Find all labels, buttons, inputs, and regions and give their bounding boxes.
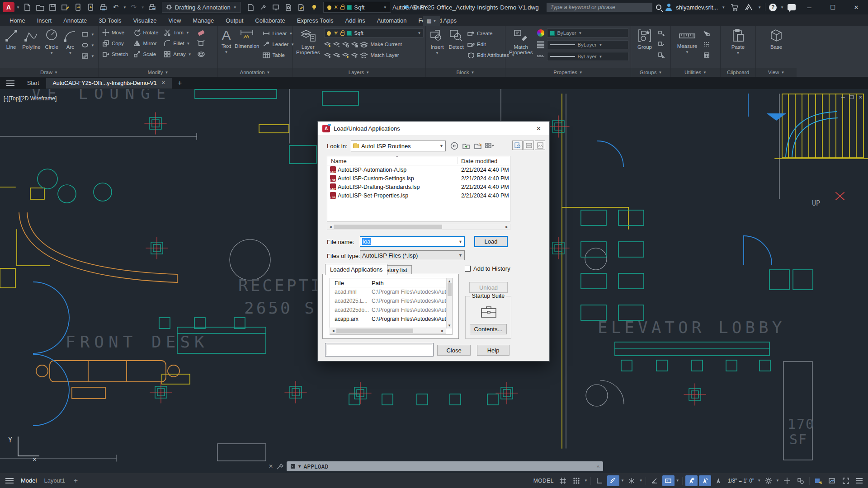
search-input[interactable] (547, 3, 652, 12)
autodesk-logo-icon[interactable] (743, 2, 754, 13)
ribbon-tab[interactable]: Manage (187, 15, 220, 26)
save-to-web-icon[interactable] (85, 2, 96, 13)
command-customize-icon[interactable] (276, 463, 283, 470)
snap-caret-icon[interactable]: ▼ (584, 479, 588, 483)
file-row[interactable]: LSP AutoLISP-Custom-Settings.lsp 2/21/20… (327, 174, 510, 183)
file-browser-list[interactable]: Name ⌃ Date modified LSP AutoLISP-Automa… (327, 156, 510, 222)
window-minimize-button[interactable]: ─ (799, 0, 819, 14)
object-snap-tracking-toggle[interactable] (685, 475, 698, 486)
panel-label-block[interactable]: Block▼ (426, 68, 505, 77)
viewport-controls[interactable]: [-][Top][2D Wireframe] (4, 95, 57, 102)
polyline-button[interactable]: Polyline (22, 28, 40, 50)
make-current-row[interactable]: Make Current (324, 40, 424, 48)
clean-screen-image-icon[interactable] (826, 475, 838, 486)
drawing-tab-close-icon[interactable]: ✕ (161, 80, 165, 86)
user-caret-icon[interactable]: ▼ (722, 5, 725, 9)
ellipse-button[interactable]: ▼ (81, 41, 94, 49)
panel-label-utilities[interactable]: Utilities▼ (671, 68, 720, 77)
ribbon-tab[interactable]: 3D Tools (93, 15, 127, 26)
graphics-performance-icon[interactable] (812, 475, 825, 486)
save-as-icon[interactable] (60, 2, 71, 13)
ungroup-button[interactable] (658, 29, 665, 38)
ribbon-tab[interactable]: Collaborate (249, 15, 291, 26)
open-from-web-icon[interactable] (72, 2, 83, 13)
fillet-button[interactable]: Fillet▼ (164, 39, 191, 47)
open-file-icon[interactable] (34, 2, 45, 13)
layer-dropdown[interactable]: ☀ Sqft ▼ (324, 28, 424, 38)
quick-select-button[interactable] (703, 29, 710, 38)
lineweight-dropdown[interactable]: ByLayer▼ (547, 40, 628, 49)
ortho-mode-toggle[interactable] (594, 475, 606, 486)
lineweight-display-toggle[interactable] (712, 475, 725, 486)
drawing-window-controls[interactable]: ─❐✕ (841, 94, 863, 100)
files-of-type-dropdown[interactable]: AutoLISP Files (*.lsp) ▼ (360, 250, 465, 260)
quick-layer-dropdown[interactable]: ☀ Sqft ▼ (323, 2, 391, 13)
panel-label-layers[interactable]: Layers▼ (292, 68, 425, 77)
fullscreen-icon[interactable] (840, 475, 852, 486)
rectangle-button[interactable]: ▼ (81, 30, 94, 38)
search-icon[interactable] (656, 5, 661, 10)
load-button[interactable]: Load (474, 236, 508, 247)
ribbon-tab[interactable]: Output (220, 15, 249, 26)
leader-button[interactable]: Leader▼ (263, 40, 294, 48)
layer-properties-button[interactable]: Layer Properties (296, 28, 320, 55)
thumbnail-view-button[interactable] (535, 141, 545, 150)
briefcase-icon[interactable] (480, 305, 497, 318)
grid-display-toggle[interactable] (557, 475, 569, 486)
plot-icon[interactable] (98, 2, 108, 13)
loaded-column-file[interactable]: File (335, 280, 344, 286)
file-row[interactable]: LSP AutoLISP-Automation-A.lsp 2/21/2024 … (327, 165, 510, 174)
views-menu-button[interactable] (485, 141, 494, 150)
dynamic-input-toggle[interactable] (662, 475, 675, 486)
redo-icon[interactable]: ↷ (128, 2, 139, 13)
model-tab[interactable]: Model (21, 477, 37, 484)
command-line-close-icon[interactable]: ✕ (269, 463, 273, 469)
copy-button[interactable]: Copy (102, 39, 128, 47)
file-row[interactable]: LSP AutoLISP-Set-Properties.lsp 2/21/202… (327, 191, 510, 200)
ribbon-options-button[interactable]: ▦▼ (423, 16, 440, 26)
dialog-close-button[interactable]: ✕ (533, 124, 545, 133)
command-input[interactable]: ▼ APPLOAD ˄ (287, 461, 603, 471)
scale-caret-icon[interactable]: ▼ (757, 479, 761, 483)
column-name[interactable]: Name (331, 158, 347, 164)
file-row[interactable]: LSP AutoLISP-Drafting-Standards.lsp 2/21… (327, 183, 510, 191)
autocad-logo-icon[interactable]: A (3, 2, 14, 12)
new-drawing-tab-button[interactable]: ＋ (176, 79, 183, 87)
explode-button[interactable] (197, 39, 205, 47)
panel-label-view[interactable]: View▼ (756, 68, 797, 77)
new-layout-button[interactable]: ＋ (72, 476, 79, 485)
detect-button[interactable]: Detect (448, 28, 464, 50)
layout1-tab[interactable]: Layout1 (44, 477, 65, 484)
annotation-monitor-toggle[interactable] (649, 475, 661, 486)
look-in-dropdown[interactable]: AutoLISP Routines ▼ (351, 141, 446, 151)
panel-label-modify[interactable]: Modify▼ (99, 68, 217, 77)
insert-block-button[interactable]: Insert▼ (429, 28, 445, 55)
hatch-button[interactable]: ▼ (81, 52, 94, 60)
help-icon[interactable]: ? (769, 4, 777, 11)
layout-menu-icon[interactable] (5, 478, 14, 483)
save-icon[interactable] (47, 2, 58, 13)
ribbon-tab[interactable]: Home (4, 15, 31, 26)
isolate-objects-button[interactable] (794, 475, 807, 486)
sheet-icon[interactable] (245, 2, 256, 13)
window-maximize-button[interactable]: ☐ (823, 0, 843, 14)
ribbon-tab[interactable]: Insert (31, 15, 58, 26)
drawing-tab[interactable]: AutoCAD-FY25-Offi...y-Insights-Demo-V1✕ (46, 78, 172, 89)
erase-button[interactable] (197, 28, 205, 37)
workspace-switcher[interactable]: Drafting & Annotation ▼ (162, 2, 241, 13)
app-store-cart-icon[interactable] (729, 2, 740, 13)
match-properties-button[interactable]: Match Properties (509, 28, 533, 55)
arc-button[interactable]: Arc▼ (63, 28, 78, 55)
group-button[interactable]: Group (635, 28, 655, 50)
ribbon-tab[interactable]: Express Tools (291, 15, 340, 26)
scale-button[interactable]: Scale (133, 50, 158, 58)
up-one-level-button[interactable] (462, 141, 471, 150)
panel-label-groups[interactable]: Groups▼ (631, 68, 670, 77)
loaded-app-row[interactable]: acapp.arx C:\Program Files\Autodesk\Auto… (330, 314, 452, 324)
stretch-button[interactable]: Stretch (102, 50, 128, 58)
loaded-app-row[interactable]: acad2025do... C:\Program Files\Autodesk\… (330, 305, 452, 314)
close-button[interactable]: Close (437, 345, 471, 356)
redo-caret-icon[interactable]: ▼ (141, 5, 145, 9)
file-name-input[interactable]: loa ▼ (360, 236, 465, 247)
id-point-button[interactable] (703, 40, 710, 48)
